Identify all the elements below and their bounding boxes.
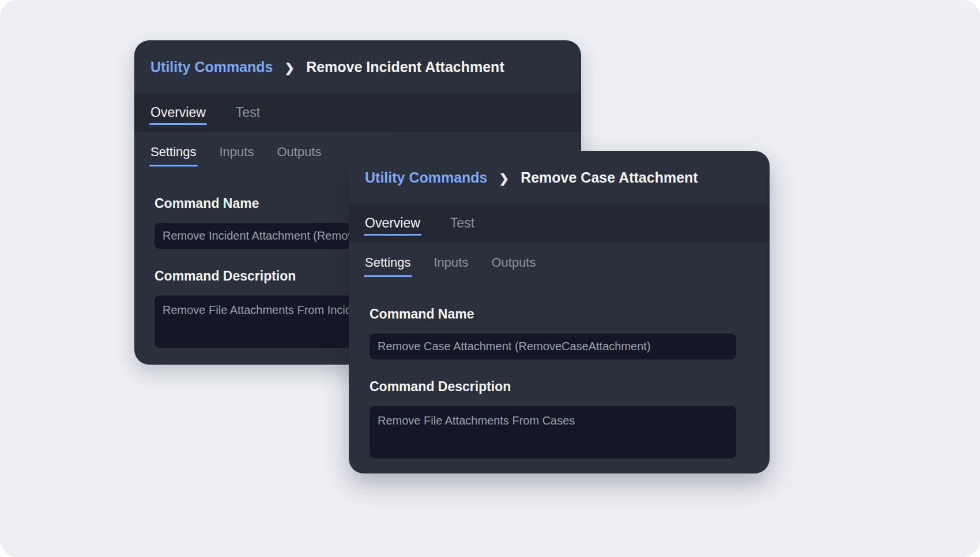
primary-tabbar: Overview Test: [134, 93, 581, 132]
screen-background: Utility Commands ❯ Remove Incident Attac…: [0, 0, 980, 557]
subtab-settings[interactable]: Settings: [365, 255, 411, 279]
breadcrumb-section-link[interactable]: Utility Commands: [365, 169, 488, 186]
settings-form: Command Name Command Description Remove …: [349, 306, 770, 459]
breadcrumb: Utility Commands ❯ Remove Incident Attac…: [134, 40, 581, 93]
secondary-tabbar: Settings Inputs Outputs: [349, 242, 770, 279]
subtab-outputs[interactable]: Outputs: [491, 255, 536, 279]
subtab-outputs[interactable]: Outputs: [277, 145, 321, 169]
breadcrumb: Utility Commands ❯ Remove Case Attachmen…: [349, 151, 770, 203]
breadcrumb-current: Remove Incident Attachment: [306, 59, 504, 75]
case-command-panel: Utility Commands ❯ Remove Case Attachmen…: [349, 151, 770, 473]
tab-overview[interactable]: Overview: [365, 203, 420, 242]
subtab-inputs[interactable]: Inputs: [434, 255, 469, 279]
tab-test[interactable]: Test: [236, 93, 260, 132]
subtab-settings[interactable]: Settings: [150, 145, 197, 169]
primary-tabbar: Overview Test: [349, 203, 770, 242]
breadcrumb-chevron-icon: ❯: [285, 61, 295, 75]
tab-overview[interactable]: Overview: [150, 93, 206, 132]
command-description-textarea[interactable]: Remove File Attachments From Cases: [370, 406, 736, 459]
breadcrumb-chevron-icon: ❯: [499, 172, 510, 185]
breadcrumb-current: Remove Case Attachment: [521, 169, 698, 186]
command-name-label: Command Name: [370, 306, 736, 322]
subtab-inputs[interactable]: Inputs: [220, 145, 254, 169]
command-name-input[interactable]: [370, 334, 736, 359]
command-description-label: Command Description: [370, 379, 736, 395]
breadcrumb-section-link[interactable]: Utility Commands: [150, 59, 273, 75]
tab-test[interactable]: Test: [450, 203, 474, 242]
